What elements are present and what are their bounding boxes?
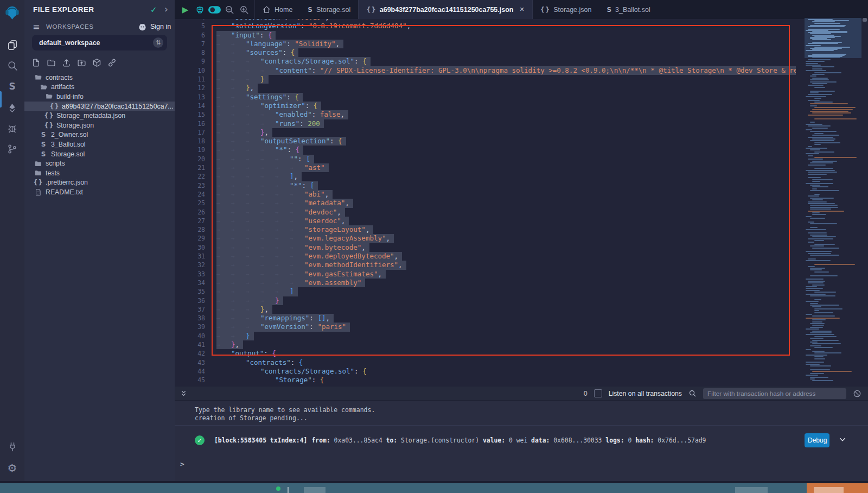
tab-storage-sol[interactable]: SStorage.sol [300, 0, 358, 19]
line-number: 31 [175, 252, 205, 261]
tree-item-label: 2_Owner.sol [51, 131, 88, 138]
github-icon[interactable] [138, 22, 147, 31]
activity-file-explorer[interactable] [0, 36, 24, 54]
file-explorer-panel: FILE EXPLORER ✓ › ≡ WORKSPACES Sign in d… [24, 0, 175, 481]
activity-debugger[interactable] [0, 119, 24, 137]
tree-item-label: tests [46, 169, 60, 177]
line-number: 23 [175, 181, 205, 190]
solidity-compiler-icon: S [9, 81, 15, 92]
tab-a69b43f277ba20fcac141151250ca755-json[interactable]: { }a69b43f277ba20fcac141151250ca755.json… [358, 0, 532, 19]
terminal-toolbar: 0 Listen on all transactions [175, 387, 868, 401]
terminal: 0 Listen on all transactions Type the li… [175, 387, 868, 481]
tx-field-label: value: [483, 437, 505, 444]
zoom-out-icon[interactable] [222, 3, 236, 16]
tx-field-value: 0 [624, 437, 636, 444]
tree-item-build-info[interactable]: build-info [24, 92, 175, 102]
line-number: 22 [175, 172, 205, 181]
tree-item-a69b43f277ba20fcac141151250ca7-[interactable]: { }a69b43f277ba20fcac141151250ca7... [24, 102, 175, 111]
code-line[interactable]: "contracts/Storage.sol": { [216, 367, 367, 376]
tree-item-scripts[interactable]: scripts [24, 159, 175, 168]
tab-home[interactable]: Home [255, 0, 300, 19]
line-number: 39 [175, 323, 205, 331]
close-icon[interactable]: ✕ [520, 6, 525, 13]
status-online-dot [276, 486, 280, 491]
activity-plugin-plug[interactable] [0, 438, 24, 456]
tx-field-label: hash: [635, 437, 654, 444]
tree-item-3-ballot-sol[interactable]: S3_Ballot.sol [24, 140, 175, 149]
hamburger-menu-icon[interactable]: ≡ [33, 22, 40, 32]
chevron-right-icon[interactable]: › [164, 4, 168, 15]
activity-solidity-compiler[interactable]: S [0, 77, 24, 96]
activity-remix-logo[interactable] [0, 3, 24, 22]
code-line[interactable]: "contracts": { [216, 358, 303, 367]
minimap[interactable] [805, 18, 861, 385]
panel-title: FILE EXPLORER [33, 5, 94, 14]
upload-file-icon[interactable] [61, 58, 72, 68]
tree-item-storage-metadata-json[interactable]: { }Storage_metadata.json [24, 111, 175, 121]
tree-item-2-owner-sol[interactable]: S2_Owner.sol [24, 130, 175, 140]
activity-deploy-run[interactable] [0, 98, 24, 117]
tab-3-ballot-sol[interactable]: S3_Ballot.sol [599, 0, 658, 19]
robot-icon[interactable] [193, 3, 207, 16]
transaction-log-row[interactable]: ✓ [block:5583405 txIndex:4]from: 0xa03..… [195, 433, 851, 448]
tree-item-artifacts[interactable]: artifacts [24, 83, 175, 92]
folder-icon [34, 160, 42, 168]
activity-search[interactable] [0, 56, 24, 75]
tree-item--prettierrc-json[interactable]: { }.prettierrc.json [24, 178, 175, 188]
new-folder-icon[interactable] [46, 58, 56, 68]
play-icon[interactable]: ▶ [178, 3, 192, 16]
tree-item-storage-json[interactable]: { }Storage.json [24, 121, 175, 130]
cube-icon[interactable] [92, 58, 102, 68]
toggle-icon[interactable] [208, 3, 221, 16]
zoom-in-icon[interactable] [237, 3, 251, 16]
code-line[interactable]: "Storage": { [216, 376, 324, 384]
tree-item-label: a69b43f277ba20fcac141151250ca7... [62, 103, 174, 110]
line-number: 13 [175, 93, 205, 102]
activity-git[interactable] [0, 140, 24, 158]
tab-label: 3_Ballot.sol [615, 6, 650, 14]
workspace-select-arrows-icon[interactable]: ⇅ [153, 37, 163, 48]
check-icon: ✓ [150, 5, 157, 15]
search-icon[interactable] [688, 389, 697, 397]
activity-settings-gear[interactable]: ⚙ [0, 459, 24, 477]
line-number: 10 [175, 66, 205, 75]
code-line-row: 43"contracts": { [175, 358, 796, 367]
tree-item-storage-sol[interactable]: SStorage.sol [24, 149, 175, 159]
terminal-prompt[interactable]: > [180, 460, 184, 468]
code-line-row: 45"Storage": { [175, 376, 796, 384]
debugger-icon [7, 123, 17, 134]
line-number: 29 [175, 234, 205, 243]
debug-button[interactable]: Debug [805, 433, 829, 447]
tab-label: Home [275, 6, 292, 14]
git-icon [7, 144, 17, 154]
sign-in-button[interactable]: Sign in [150, 23, 171, 30]
folder-icon [34, 169, 42, 177]
line-number: 32 [175, 261, 205, 269]
new-file-icon[interactable] [31, 58, 41, 68]
upload-folder-icon[interactable] [76, 58, 87, 68]
tree-item-contracts[interactable]: contracts [24, 73, 175, 83]
tx-field-label: to: [386, 437, 398, 444]
tree-item-readme-txt[interactable]: README.txt [24, 187, 175, 197]
line-number: 27 [175, 217, 205, 225]
transaction-filter-input[interactable] [703, 388, 846, 399]
tree-item-label: contracts [46, 74, 73, 81]
listen-all-transactions-checkbox[interactable] [594, 389, 602, 397]
link-icon[interactable] [107, 58, 117, 68]
sol-icon: S [607, 6, 611, 14]
expand-transaction-icon[interactable] [838, 435, 847, 444]
tree-item-tests[interactable]: tests [24, 168, 175, 178]
tab-storage-json[interactable]: { }Storage.json [533, 0, 599, 19]
line-number: 6 [175, 31, 205, 40]
collapse-terminal-icon[interactable] [180, 390, 187, 397]
line-number: 34 [175, 279, 205, 287]
line-number: 9 [175, 57, 205, 66]
clear-console-icon[interactable] [853, 389, 861, 398]
home-icon [263, 5, 271, 14]
editor-scrollbar-thumb[interactable] [863, 18, 867, 22]
tree-item-label: Storage_metadata.json [56, 112, 125, 119]
tree-item-label: Storage.json [56, 122, 94, 129]
tree-item-label: build-info [56, 93, 84, 100]
sol-icon: S [39, 150, 48, 158]
workspace-select[interactable]: default_workspace ⇅ [32, 35, 167, 50]
